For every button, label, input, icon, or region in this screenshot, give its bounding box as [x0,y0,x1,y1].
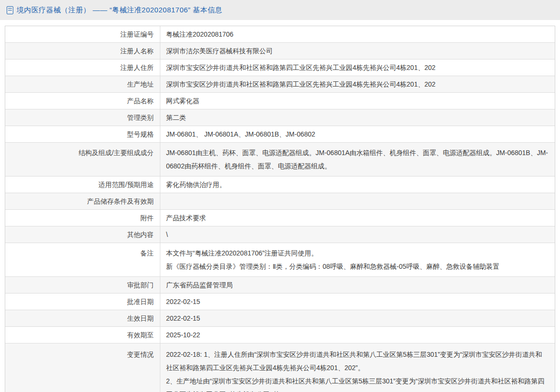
table-row-attachment: 附件 产品技术要求 [5,209,555,226]
row-label: 附件 [5,210,160,226]
row-label: 变更情况 [5,343,160,392]
row-value: \ [160,226,555,243]
row-label: 管理类别 [5,109,160,126]
table-row-remarks: 备注 本文件与“粤械注准20202081706”注册证共同使用。 新《医疗器械分… [5,243,555,276]
row-label: 结构及组成/主要组成成分 [5,143,160,176]
row-value: JM-06801由主机、药杯、面罩、电源适配器组成。JM-06801A由水箱组件… [160,143,555,176]
row-value: 本文件与“粤械注准20202081706”注册证共同使用。 新《医疗器械分类目录… [160,243,555,276]
row-label: 有效期至 [5,327,160,343]
table-row-management-category: 管理类别 第二类 [5,109,555,126]
table-row-storage-conditions: 产品储存条件及有效期 [5,193,555,209]
page-title: 境内医疗器械（注册） —— “粤械注准20202081706” 基本信息 [17,6,222,15]
table-row-intended-use: 适用范围/预期用途 雾化药物供治疗用。 [5,176,555,193]
row-value: 深圳市洁尔美医疗器械科技有限公司 [160,43,555,59]
table-row-approval-department: 审批部门 广东省药品监督管理局 [5,276,555,293]
table-row-change-history: 变更情况 2022-02-18: 1、注册人住所由“深圳市宝安区沙井街道共和社区… [5,343,555,392]
table-row-expiry-date: 有效期至 2025-10-22 [5,326,555,343]
table-row-structure-composition: 结构及组成/主要组成成分 JM-06801由主机、药杯、面罩、电源适配器组成。J… [5,142,555,176]
row-label: 适用范围/预期用途 [5,176,160,193]
row-value: 广东省药品监督管理局 [160,277,555,293]
row-value: 网式雾化器 [160,93,555,109]
row-value: 产品技术要求 [160,210,555,226]
row-label: 审批部门 [5,277,160,293]
row-value: 2025-10-22 [160,327,555,343]
table-row-other-content: 其他内容 \ [5,226,555,243]
row-label: 生效日期 [5,310,160,326]
table-row-registrant-address: 注册人住所 深圳市宝安区沙井街道共和社区裕和路第四工业区先裕兴工业园4栋先裕兴公… [5,59,555,76]
table-row-model-spec: 型号规格 JM-06801、 JM-06801A、JM-06801B、JM-06… [5,126,555,142]
row-value: 粤械注准20202081706 [160,26,555,42]
document-icon [7,6,13,14]
registration-info-table: 注册证编号 粤械注准20202081706 注册人名称 深圳市洁尔美医疗器械科技… [5,26,555,392]
table-row-registration-number: 注册证编号 粤械注准20202081706 [5,26,555,42]
page-header: 境内医疗器械（注册） —— “粤械注准20202081706” 基本信息 [0,0,560,20]
row-value: 2022-02-15 [160,310,555,326]
table-row-product-name: 产品名称 网式雾化器 [5,92,555,109]
row-value: 第二类 [160,109,555,126]
row-label: 批准日期 [5,294,160,310]
row-label: 产品名称 [5,93,160,109]
row-value: 雾化药物供治疗用。 [160,176,555,193]
row-label: 其他内容 [5,226,160,243]
table-row-effective-date: 生效日期 2022-02-15 [5,310,555,326]
row-label: 注册人住所 [5,59,160,76]
row-value: 深圳市宝安区沙井街道共和社区裕和路第四工业区先裕兴工业园4栋先裕兴公司4栋201… [160,76,555,92]
row-value: 2022-02-15 [160,294,555,310]
row-label: 型号规格 [5,126,160,142]
row-label: 备注 [5,243,160,276]
row-label: 注册人名称 [5,43,160,59]
table-row-production-address: 生产地址 深圳市宝安区沙井街道共和社区裕和路第四工业区先裕兴工业园4栋先裕兴公司… [5,76,555,92]
row-value: JM-06801、 JM-06801A、JM-06801B、JM-06802 [160,126,555,142]
row-label: 注册证编号 [5,26,160,42]
table-row-approval-date: 批准日期 2022-02-15 [5,293,555,310]
row-label: 生产地址 [5,76,160,92]
row-value: 2022-02-18: 1、注册人住所由“深圳市宝安区沙井街道共和社区共和第八工… [160,343,555,392]
row-value [160,193,555,209]
row-label: 产品储存条件及有效期 [5,193,160,209]
table-row-registrant-name: 注册人名称 深圳市洁尔美医疗器械科技有限公司 [5,42,555,59]
row-value: 深圳市宝安区沙井街道共和社区裕和路第四工业区先裕兴工业园4栋先裕兴公司4栋201… [160,59,555,76]
